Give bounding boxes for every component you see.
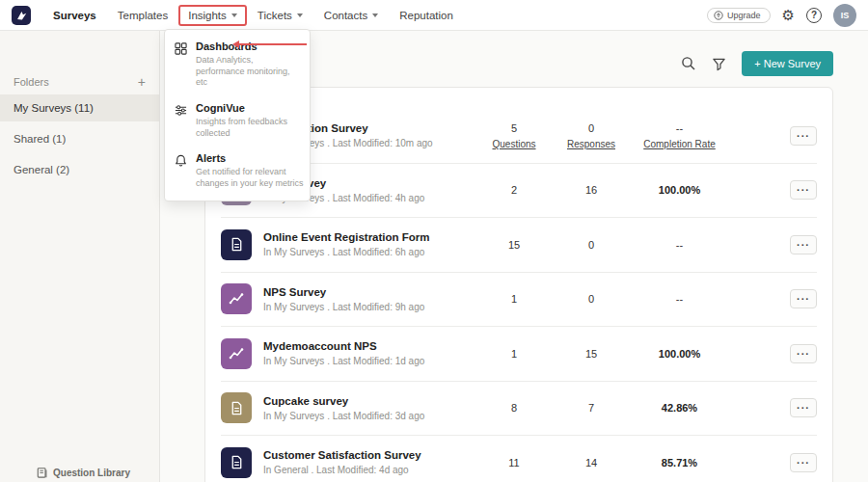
survey-subtitle: In My Surveys . Last Modified: 3d ago	[263, 411, 468, 421]
responses-value: 16	[585, 184, 597, 196]
questions-stat: 5 Questions	[479, 122, 549, 149]
app-logo[interactable]	[12, 6, 31, 25]
search-icon[interactable]	[681, 56, 696, 71]
nav-item-insights[interactable]: Insights	[178, 5, 247, 26]
responses-value: 0	[588, 239, 594, 251]
survey-title[interactable]: Mydemoaccount NPS	[263, 340, 468, 352]
row-more-options-icon[interactable]: ···	[790, 453, 817, 472]
nav-item-tickets[interactable]: Tickets	[247, 6, 313, 25]
annotation-arrow	[239, 43, 307, 45]
completion-value: 100.00%	[659, 184, 700, 196]
survey-type-icon	[221, 392, 252, 423]
survey-info: Online Event Registration Form In My Sur…	[263, 231, 468, 257]
survey-subtitle: In General . Last Modified: 4d ago	[263, 465, 468, 475]
survey-row[interactable]: Mydemoaccount NPS In My Surveys . Last M…	[221, 327, 817, 382]
row-more-options-icon[interactable]: ···	[790, 344, 817, 363]
gear-glyph: ⚙	[782, 8, 795, 22]
survey-row[interactable]: Online Event Registration Form In My Sur…	[221, 218, 817, 273]
sidebar-item-my-surveys[interactable]: My Surveys (11)	[0, 94, 159, 121]
help-icon[interactable]: ?	[806, 8, 822, 23]
settings-gear-icon[interactable]: ⚙	[782, 8, 795, 22]
sidebar-item-general[interactable]: General (2)	[0, 156, 159, 183]
responses-value: 7	[588, 402, 594, 414]
menu-label-cognivue: CogniVue	[196, 102, 304, 114]
row-more-options-icon[interactable]: ···	[790, 180, 817, 200]
menu-label-dashboards: Dashboards	[196, 40, 304, 52]
completion-value: --	[676, 239, 683, 251]
completion-value: 42.86%	[662, 402, 697, 414]
menu-item-alerts[interactable]: Alerts Get notified for relevant changes…	[165, 146, 310, 196]
chevron-down-icon	[372, 13, 378, 17]
survey-title[interactable]: Cupcake survey	[263, 395, 468, 407]
sidebar-label-my-surveys: My Surveys (11)	[14, 102, 94, 114]
chevron-down-icon	[231, 13, 237, 17]
survey-type-icon	[221, 229, 252, 260]
avatar-initials: IS	[841, 11, 850, 20]
survey-type-icon	[221, 283, 252, 314]
upgrade-label: Upgrade	[727, 11, 761, 20]
menu-label-alerts: Alerts	[196, 152, 304, 164]
nav-item-surveys[interactable]: Surveys	[42, 6, 107, 25]
nav-label-tickets: Tickets	[258, 10, 292, 21]
sidebar-item-shared[interactable]: Shared (1)	[0, 125, 159, 152]
survey-title[interactable]: NPS Survey	[263, 286, 468, 298]
nav-label-reputation: Reputation	[399, 10, 453, 21]
nav-label-templates: Templates	[118, 10, 168, 21]
nav-label-insights: Insights	[188, 10, 227, 21]
user-avatar[interactable]: IS	[833, 4, 856, 27]
question-library-label: Question Library	[53, 468, 130, 478]
row-more-options-icon[interactable]: ···	[790, 289, 817, 308]
survey-subtitle: In My Surveys . Last Modified: 9h ago	[263, 302, 468, 312]
menu-desc-alerts: Get notified for relevant changes in you…	[196, 167, 304, 189]
completion-value: 85.71%	[662, 457, 697, 469]
bell-icon	[175, 153, 188, 189]
responses-value: 14	[585, 457, 597, 469]
survey-type-icon	[221, 338, 252, 369]
responses-header[interactable]: Responses	[567, 139, 615, 149]
row-more-options-icon[interactable]: ···	[790, 398, 817, 417]
folders-title: Folders	[14, 76, 49, 88]
menu-item-cognivue[interactable]: CogniVue Insights from feedbacks collect…	[165, 95, 310, 146]
survey-subtitle: In My Surveys . Last Modified: 1d ago	[263, 356, 468, 366]
survey-title[interactable]: Customer Satisfaction Survey	[263, 449, 468, 461]
row-more-options-icon[interactable]: ···	[790, 126, 817, 146]
row-more-options-icon[interactable]: ···	[790, 235, 817, 254]
responses-value: 0	[588, 122, 594, 134]
responses-value: 15	[585, 348, 597, 360]
completion-header[interactable]: Completion Rate	[643, 139, 715, 149]
survey-info: Mydemoaccount NPS In My Surveys . Last M…	[263, 340, 468, 366]
bird-logo-icon	[14, 9, 28, 22]
survey-row[interactable]: Customer Satisfaction Survey In General …	[221, 436, 817, 482]
survey-type-icon	[221, 447, 252, 478]
nav-item-reputation[interactable]: Reputation	[389, 6, 464, 25]
survey-subtitle: In My Surveys . Last Modified: 6h ago	[263, 247, 468, 257]
upgrade-button[interactable]: Upgrade	[707, 8, 771, 23]
question-library-icon	[37, 467, 48, 478]
survey-title[interactable]: Online Event Registration Form	[263, 231, 468, 243]
nav-item-templates[interactable]: Templates	[107, 6, 178, 25]
filter-icon[interactable]	[712, 57, 726, 71]
navbar-right: Upgrade ⚙ ? IS	[707, 4, 856, 27]
questions-value: 1	[511, 293, 517, 305]
help-glyph: ?	[811, 10, 817, 20]
completion-value: --	[676, 293, 683, 305]
top-navbar: Surveys Templates Insights Tickets Conta…	[0, 0, 868, 31]
new-survey-button[interactable]: + New Survey	[742, 51, 833, 76]
insights-dropdown-menu: Dashboards Data Analytics, performance m…	[164, 29, 311, 201]
survey-info: Customer Satisfaction Survey In General …	[263, 449, 468, 475]
survey-row[interactable]: Cupcake survey In My Surveys . Last Modi…	[221, 382, 817, 437]
nav-item-contacts[interactable]: Contacts	[313, 6, 389, 25]
list-toolbar: + New Survey	[681, 51, 833, 76]
questions-value: 8	[511, 402, 517, 414]
survey-row[interactable]: NPS Survey In My Surveys . Last Modified…	[221, 273, 817, 328]
chevron-down-icon	[297, 13, 303, 17]
folders-header: Folders +	[0, 69, 159, 94]
add-folder-button[interactable]: +	[138, 75, 146, 89]
questions-header[interactable]: Questions	[492, 139, 535, 149]
nav-label-contacts: Contacts	[324, 10, 367, 21]
completion-stat: -- Completion Rate	[634, 122, 725, 149]
questions-value: 5	[511, 122, 517, 134]
question-library-link[interactable]: Question Library	[37, 467, 130, 478]
sidebar: Folders + My Surveys (11) Shared (1) Gen…	[0, 31, 160, 482]
menu-desc-cognivue: Insights from feedbacks collected	[196, 117, 304, 139]
